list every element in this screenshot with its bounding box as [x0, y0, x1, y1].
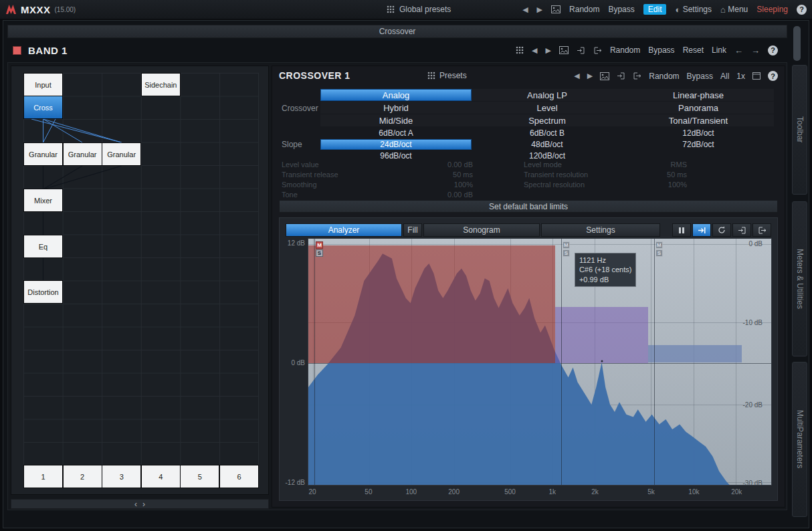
scrollbar-thumb[interactable] — [793, 26, 801, 61]
tab-meters-utilities[interactable]: Meters & Utilities — [792, 201, 807, 356]
slope-6a[interactable]: 6dB/oct A — [320, 128, 472, 138]
mid-chip[interactable]: M — [316, 241, 323, 249]
node-distortion[interactable]: Distortion — [23, 280, 63, 304]
preset-load-icon[interactable] — [617, 72, 625, 80]
prev-preset-icon[interactable]: ◀ — [574, 72, 579, 80]
screenshot-icon[interactable] — [551, 5, 561, 13]
menu-group[interactable]: ⌂ Menu — [720, 5, 748, 15]
oversampling-button[interactable]: 1x — [736, 72, 745, 81]
tab-multiparameters[interactable]: MultiParameters — [792, 362, 807, 517]
band-slot-4[interactable]: 4 — [141, 465, 181, 488]
next-preset-icon[interactable]: ▶ — [587, 72, 593, 80]
edit-button[interactable]: Edit — [643, 4, 667, 15]
crossover-marker[interactable] — [654, 239, 655, 485]
node-mixer[interactable]: Mixer — [23, 189, 63, 212]
settings-group[interactable]: ◐ Settings — [675, 5, 712, 15]
help-icon[interactable]: ? — [797, 5, 807, 15]
option-label: Mid/Side — [379, 116, 413, 126]
bypass-button[interactable]: Bypass — [608, 5, 634, 14]
preset-save-icon[interactable] — [633, 72, 641, 80]
option-label: Linear-phase — [673, 90, 724, 100]
tab-analyzer[interactable]: Analyzer — [286, 223, 402, 237]
slope-6b[interactable]: 6dB/oct B — [472, 128, 623, 138]
mid-chip[interactable]: M — [563, 241, 570, 249]
prev-preset-icon[interactable]: ◀ — [522, 5, 528, 14]
tab-settings[interactable]: Settings — [541, 223, 660, 237]
bypass-button[interactable]: Bypass — [687, 72, 713, 81]
preset-save-icon[interactable] — [752, 223, 771, 237]
analyzer-plot[interactable]: 0 dB -10 dB -20 dB -30 dB 1121 Hz C#6 (+… — [308, 238, 772, 486]
crossover-marker[interactable] — [314, 239, 315, 485]
prev-preset-icon[interactable]: ◀ — [532, 46, 537, 55]
help-icon[interactable]: ? — [768, 71, 778, 81]
random-button[interactable]: Random — [569, 5, 599, 14]
preset-save-icon[interactable] — [593, 46, 602, 55]
grid-icon[interactable] — [516, 46, 524, 54]
side-chip[interactable]: S — [655, 249, 663, 257]
tab-sonogram[interactable]: Sonogram — [423, 223, 540, 237]
redo-icon[interactable]: → — [751, 45, 760, 56]
detach-window-icon[interactable] — [752, 72, 760, 80]
node-eq[interactable]: Eq — [23, 235, 63, 258]
node-sidechain[interactable]: Sidechain — [141, 73, 181, 96]
type-tonal-transient[interactable]: Tonal/Transient — [623, 114, 774, 126]
band-slot-5[interactable]: 5 — [180, 465, 219, 488]
set-default-band-limits-button[interactable]: Set default band limits — [279, 200, 778, 213]
scroll-right-icon[interactable]: › — [142, 500, 145, 509]
slope-96[interactable]: 96dB/oct — [320, 150, 472, 161]
node-granular-2[interactable]: Granular — [63, 142, 102, 166]
band-slot-1[interactable]: 1 — [23, 465, 63, 488]
normalize-icon[interactable] — [692, 223, 711, 237]
band-slot-6[interactable]: 6 — [219, 465, 259, 488]
slot-label: 2 — [80, 473, 84, 481]
preset-load-icon[interactable] — [577, 46, 585, 55]
band-slot-3[interactable]: 3 — [102, 465, 141, 488]
slope-24[interactable]: 24dB/oct — [320, 139, 472, 150]
node-input[interactable]: Input — [23, 73, 63, 96]
node-cross-selected[interactable]: Cross — [23, 96, 63, 119]
type-analog[interactable]: Analog — [320, 89, 472, 101]
node-granular-3[interactable]: Granular — [102, 142, 141, 166]
all-button[interactable]: All — [720, 72, 729, 81]
preset-load-icon[interactable] — [732, 223, 751, 237]
tab-fill[interactable]: Fill — [403, 223, 422, 237]
slope-120[interactable]: 120dB/oct — [472, 150, 623, 161]
link-button[interactable]: Link — [712, 45, 726, 55]
band-color-swatch[interactable] — [13, 46, 21, 55]
graph-scrollbar[interactable]: ‹ › — [11, 499, 269, 509]
type-analog-lp[interactable]: Analog LP — [472, 89, 623, 101]
type-hybrid[interactable]: Hybrid — [320, 102, 472, 114]
next-preset-icon[interactable]: ▶ — [537, 5, 542, 14]
band-slot-2[interactable]: 2 — [63, 465, 102, 488]
type-mid-side[interactable]: Mid/Side — [320, 114, 472, 126]
reset-button[interactable]: Reset — [683, 45, 704, 55]
presets-button[interactable]: Presets — [427, 71, 467, 80]
pause-icon[interactable] — [672, 223, 691, 237]
slope-48[interactable]: 48dB/oct — [472, 139, 623, 150]
slope-72[interactable]: 72dB/oct — [623, 139, 774, 150]
random-button[interactable]: Random — [610, 45, 640, 55]
screenshot-icon[interactable] — [600, 72, 609, 80]
crossover-marker[interactable] — [561, 239, 562, 485]
bypass-button[interactable]: Bypass — [648, 45, 674, 55]
help-icon[interactable]: ? — [768, 45, 778, 56]
node-granular-1[interactable]: Granular — [23, 142, 63, 166]
global-presets-button[interactable]: Global presets — [399, 5, 451, 14]
type-linear-phase[interactable]: Linear-phase — [623, 89, 774, 101]
reset-analysis-icon[interactable] — [712, 223, 731, 237]
random-button[interactable]: Random — [649, 72, 679, 81]
type-level[interactable]: Level — [472, 102, 623, 114]
undo-icon[interactable]: ← — [734, 45, 743, 56]
tab-toolbar[interactable]: Toolbar — [792, 65, 807, 195]
crossover-header-bar[interactable]: Crossover — [7, 25, 787, 38]
type-panorama[interactable]: Panorama — [623, 102, 774, 114]
type-spectrum[interactable]: Spectrum — [472, 114, 623, 126]
slope-12[interactable]: 12dB/oct — [623, 128, 774, 138]
scroll-left-icon[interactable]: ‹ — [134, 500, 137, 509]
side-chip[interactable]: S — [563, 249, 570, 257]
mid-chip[interactable]: M — [655, 241, 663, 249]
next-preset-icon[interactable]: ▶ — [545, 46, 550, 55]
screenshot-icon[interactable] — [559, 46, 569, 54]
sleeping-status[interactable]: Sleeping — [756, 5, 788, 14]
side-chip[interactable]: S — [316, 249, 323, 257]
